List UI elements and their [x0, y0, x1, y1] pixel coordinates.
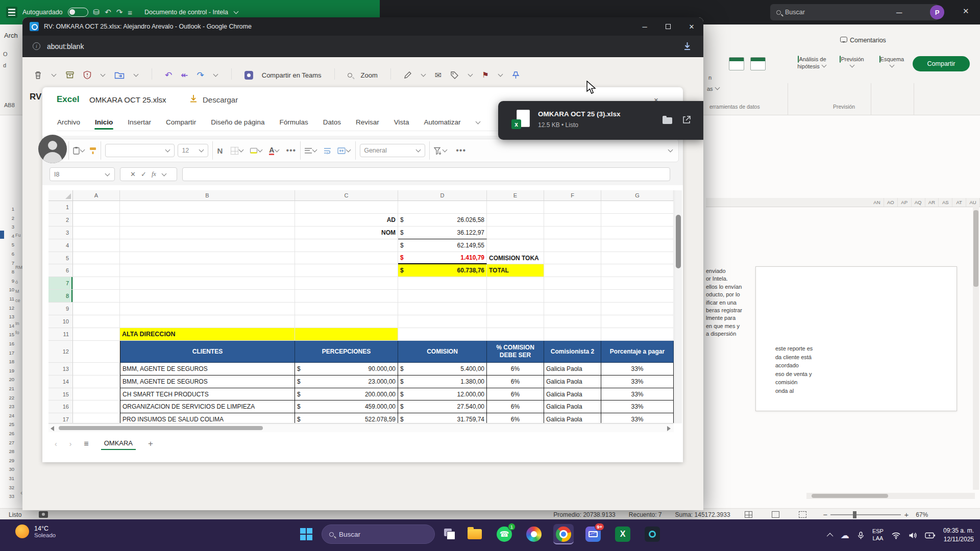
- mail-app-button[interactable]: 9+: [583, 524, 603, 544]
- grid-cell[interactable]: CLIENTES: [120, 341, 295, 363]
- zoom-tool-icon[interactable]: [348, 73, 352, 78]
- grid-cell[interactable]: [295, 315, 398, 328]
- grid-cell[interactable]: [295, 239, 398, 252]
- grid-cell[interactable]: Porcentaje a pagar: [601, 341, 674, 363]
- grid-cell[interactable]: $62.149,55: [398, 239, 487, 252]
- number-format-select[interactable]: General: [360, 144, 425, 157]
- download-popup[interactable]: x OMKARA OCT 25 (3).xlsx 12.5 KB • Listo: [498, 101, 703, 140]
- grid-cell[interactable]: COMISION: [398, 341, 487, 363]
- tab-diseño-de-página[interactable]: Diseño de página: [210, 118, 265, 126]
- bg-row-number[interactable]: 21: [1, 386, 14, 391]
- sheet-next-icon[interactable]: ›: [69, 440, 72, 448]
- app-dark-button[interactable]: [642, 524, 663, 544]
- tag-icon[interactable]: [450, 71, 459, 80]
- grid-cell[interactable]: Galicia Paola: [544, 388, 601, 401]
- undo-icon[interactable]: ↶: [105, 8, 111, 17]
- row-header-14[interactable]: 14: [48, 375, 73, 388]
- grid-cell[interactable]: BMM, AGENTE DE SEGUROS: [120, 375, 295, 388]
- grid-cell[interactable]: [601, 277, 674, 290]
- row-header-15[interactable]: 15: [48, 388, 73, 401]
- grid-cell[interactable]: [120, 277, 295, 290]
- grid-cell[interactable]: [544, 328, 601, 341]
- grid-cell[interactable]: [601, 214, 674, 227]
- row-header-9[interactable]: 9: [48, 303, 73, 315]
- grid-cell[interactable]: [73, 375, 120, 388]
- grid-cell[interactable]: [601, 303, 674, 315]
- volume-icon[interactable]: [909, 532, 917, 539]
- zoom-slider[interactable]: [830, 514, 901, 515]
- grid-cell[interactable]: BMM, AGENTE DE SEGUROS: [120, 363, 295, 375]
- grid-cell[interactable]: 6%: [487, 413, 544, 423]
- flag-icon[interactable]: ⚑: [482, 70, 488, 80]
- grid-vertical-scrollbar[interactable]: [674, 190, 682, 423]
- zoom-in-button[interactable]: +: [904, 510, 909, 519]
- grid-cell[interactable]: $23.000,00: [295, 375, 398, 388]
- grid-cell[interactable]: $522.078,59: [295, 413, 398, 423]
- show-in-folder-icon[interactable]: [663, 117, 672, 124]
- bg-column-header[interactable]: AT: [952, 198, 966, 207]
- grid-cell[interactable]: $31.759,74: [398, 413, 487, 423]
- comments-button[interactable]: Comentarios: [840, 37, 886, 44]
- bg-row-number[interactable]: 20: [1, 377, 14, 382]
- chevron-down-icon[interactable]: [101, 72, 106, 77]
- bg-row-number[interactable]: 17: [1, 350, 14, 356]
- language-indicator[interactable]: ESPLAA: [872, 528, 884, 542]
- grid-cell[interactable]: PRO INSUMOS DE SALUD COLIMA: [120, 413, 295, 423]
- grid-cell[interactable]: 33%: [601, 375, 674, 388]
- chevron-down-icon[interactable]: [421, 72, 426, 77]
- bg-row-number[interactable]: 5: [1, 242, 14, 247]
- tab-datos[interactable]: Datos: [323, 118, 341, 126]
- grid-cell[interactable]: [73, 227, 120, 239]
- grid-cell[interactable]: 6%: [487, 400, 544, 413]
- onedrive-icon[interactable]: ☁: [841, 530, 849, 541]
- grid-cell[interactable]: [544, 227, 601, 239]
- cancel-icon[interactable]: ✕: [130, 170, 136, 178]
- url-text[interactable]: about:blank: [47, 42, 84, 51]
- bg-row-number[interactable]: 9: [1, 278, 14, 284]
- fx-icon[interactable]: fx: [152, 170, 156, 178]
- grid-cell[interactable]: 6%: [487, 363, 544, 375]
- bg-row-number[interactable]: 28: [1, 448, 14, 454]
- align-icon[interactable]: [305, 148, 312, 154]
- scroll-left-icon[interactable]: [51, 426, 54, 431]
- spreadsheet-grid[interactable]: ABCDEFG12AD$26.026,583NOM$36.122,974$62.…: [48, 190, 674, 423]
- grid-cell[interactable]: $1.410,79: [398, 252, 487, 265]
- grid-cell[interactable]: 6%: [487, 375, 544, 388]
- row-header-10[interactable]: 10: [48, 315, 73, 328]
- share-to-teams-button[interactable]: Compartir en Teams: [262, 71, 322, 79]
- page-layout-view-button[interactable]: [772, 511, 779, 518]
- grid-cell[interactable]: [73, 413, 120, 423]
- redo-icon[interactable]: ↷: [197, 70, 204, 81]
- scroll-right-icon[interactable]: [667, 426, 671, 431]
- zoom-level[interactable]: 67%: [916, 511, 928, 518]
- grid-cell[interactable]: [487, 227, 544, 239]
- browser-button[interactable]: [524, 524, 544, 544]
- grid-cell[interactable]: [487, 290, 544, 303]
- grid-cell[interactable]: [487, 214, 544, 227]
- undo-all-icon[interactable]: ↞: [181, 70, 188, 81]
- grid-cell[interactable]: Galicia Paola: [544, 363, 601, 375]
- grid-cell[interactable]: [487, 328, 544, 341]
- bg-close-button[interactable]: ✕: [963, 7, 969, 16]
- grid-cell[interactable]: [120, 252, 295, 265]
- enter-icon[interactable]: ✓: [141, 170, 146, 178]
- download-file-icon[interactable]: [189, 94, 198, 103]
- archive-icon[interactable]: [65, 70, 75, 80]
- delete-icon[interactable]: [34, 70, 42, 80]
- grid-cell[interactable]: $1.380,00: [398, 375, 487, 388]
- wrap-text-icon[interactable]: [324, 147, 331, 154]
- bg-row-number[interactable]: 8: [1, 269, 14, 274]
- grid-cell[interactable]: [544, 214, 601, 227]
- grid-cell[interactable]: AD: [295, 214, 398, 227]
- bg-row-number[interactable]: 16: [1, 341, 14, 346]
- bg-row-number[interactable]: 11: [1, 296, 14, 302]
- grid-cell[interactable]: Comisionista 2: [544, 341, 601, 363]
- grid-cell[interactable]: [120, 239, 295, 252]
- sheet-list-icon[interactable]: ≡: [84, 439, 88, 448]
- grid-cell[interactable]: 33%: [601, 363, 674, 375]
- download-icon[interactable]: [682, 41, 692, 51]
- bg-row-number[interactable]: 12: [1, 305, 14, 311]
- borders-icon[interactable]: [231, 147, 238, 155]
- row-header-17[interactable]: 17: [48, 413, 73, 423]
- bg-row-number[interactable]: 26: [1, 431, 14, 436]
